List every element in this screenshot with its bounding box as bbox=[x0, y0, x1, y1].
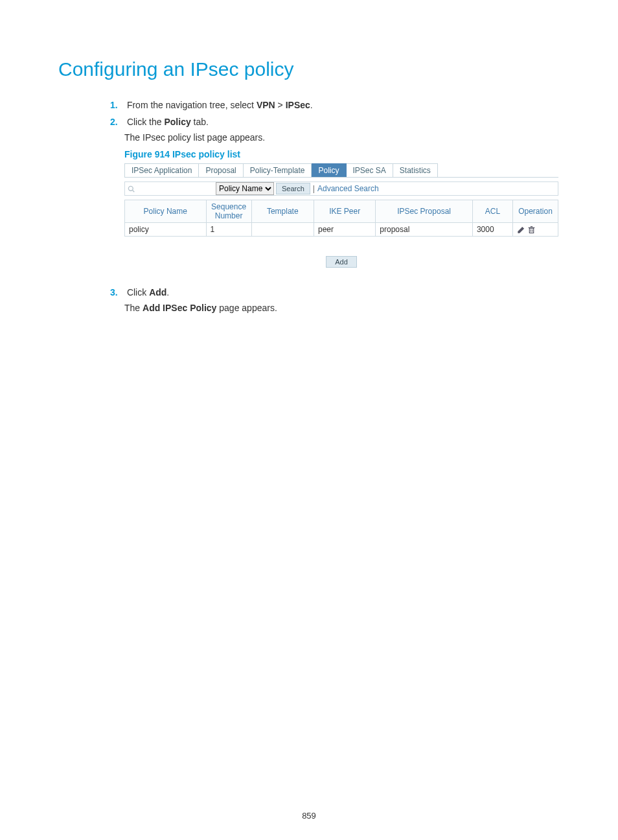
col-ike-peer[interactable]: IKE Peer bbox=[314, 200, 375, 223]
search-icon bbox=[128, 185, 135, 192]
table-header-row: Policy Name Sequence Number Template IKE… bbox=[125, 200, 558, 223]
page-number: 859 bbox=[0, 811, 618, 821]
step-1: 1. From the navigation tree, select VPN … bbox=[110, 100, 560, 110]
search-field-select[interactable]: Policy Name bbox=[216, 182, 274, 195]
col-policy-name[interactable]: Policy Name bbox=[125, 200, 207, 223]
col-operation: Operation bbox=[513, 200, 558, 223]
policy-table: Policy Name Sequence Number Template IKE… bbox=[124, 200, 558, 237]
step-number: 1. bbox=[110, 100, 124, 110]
delete-icon[interactable] bbox=[527, 226, 536, 234]
ipsec-policy-list-ui: IPSec Application Proposal Policy-Templa… bbox=[124, 163, 558, 268]
cell-proposal: proposal bbox=[376, 223, 473, 237]
table-row: policy 1 peer proposal 3000 bbox=[125, 223, 558, 237]
step-number: 3. bbox=[110, 287, 124, 298]
col-template[interactable]: Template bbox=[251, 200, 314, 223]
step-3: 3. Click Add. The Add IPSec Policy page … bbox=[110, 287, 560, 313]
tab-policy-template[interactable]: Policy-Template bbox=[244, 163, 312, 177]
step-subtext: The Add IPSec Policy page appears. bbox=[124, 303, 560, 313]
tab-ipsec-application[interactable]: IPSec Application bbox=[124, 163, 199, 177]
step-text: Click the Policy tab. bbox=[127, 117, 209, 127]
tab-policy[interactable]: Policy bbox=[312, 163, 346, 177]
edit-icon[interactable] bbox=[517, 226, 525, 234]
svg-line-1 bbox=[133, 190, 135, 192]
step-2: 2. Click the Policy tab. The IPsec polic… bbox=[110, 117, 560, 268]
page-title: Configuring an IPsec policy bbox=[58, 58, 560, 80]
col-sequence-number[interactable]: Sequence Number bbox=[206, 200, 251, 223]
step-text: Click Add. bbox=[127, 287, 169, 298]
advanced-search-link[interactable]: Advanced Search bbox=[317, 184, 379, 193]
tab-ipsec-sa[interactable]: IPSec SA bbox=[347, 163, 393, 177]
search-bar: Policy Name Search | Advanced Search bbox=[124, 181, 558, 196]
svg-point-0 bbox=[128, 186, 133, 191]
add-button[interactable]: Add bbox=[326, 256, 357, 268]
step-subtext: The IPsec policy list page appears. bbox=[124, 132, 560, 143]
col-acl[interactable]: ACL bbox=[472, 200, 512, 223]
tab-bar: IPSec Application Proposal Policy-Templa… bbox=[124, 163, 558, 178]
cell-ike: peer bbox=[314, 223, 375, 237]
step-text: From the navigation tree, select VPN > I… bbox=[127, 100, 313, 110]
step-number: 2. bbox=[110, 117, 124, 127]
cell-policy-name: policy bbox=[125, 223, 207, 237]
cell-template bbox=[251, 223, 314, 237]
cell-seq: 1 bbox=[206, 223, 251, 237]
tab-statistics[interactable]: Statistics bbox=[393, 163, 438, 177]
tab-proposal[interactable]: Proposal bbox=[199, 163, 243, 177]
cell-acl: 3000 bbox=[472, 223, 512, 237]
svg-rect-2 bbox=[530, 228, 534, 233]
col-ipsec-proposal[interactable]: IPSec Proposal bbox=[376, 200, 473, 223]
search-button[interactable]: Search bbox=[276, 183, 310, 194]
search-input[interactable] bbox=[125, 182, 216, 195]
figure-caption: Figure 914 IPsec policy list bbox=[124, 149, 560, 159]
cell-operation bbox=[513, 223, 558, 237]
